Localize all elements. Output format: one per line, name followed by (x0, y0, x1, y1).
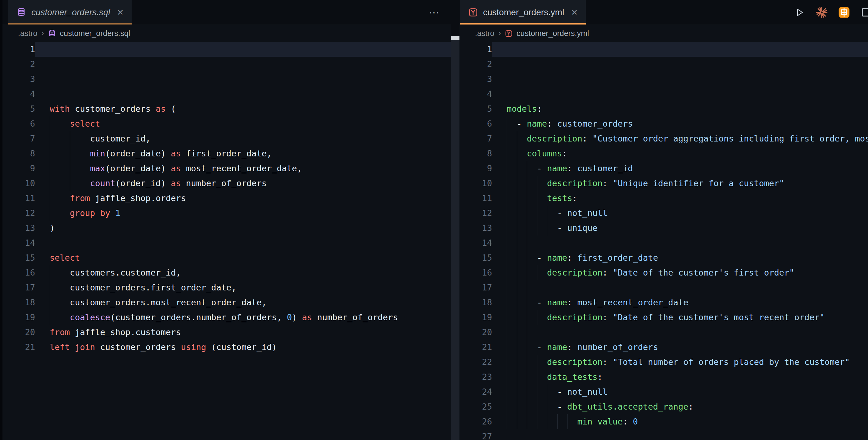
scrollbar[interactable] (451, 0, 460, 440)
indent-guide (517, 161, 517, 176)
indent-guide (527, 176, 527, 191)
code-line: 20from jaffle_shop.customers (2, 325, 451, 340)
code-line-content (492, 42, 868, 57)
code-line-content: group by 1 (35, 206, 451, 221)
code-line-content: - name: first_order_date (492, 250, 868, 265)
active-tab-indicator (8, 23, 132, 25)
indent-guide (537, 206, 537, 221)
scrollbar-thumb[interactable] (451, 36, 460, 40)
code-line: 8 columns: (460, 146, 868, 161)
breadcrumb-file[interactable]: customer_orders.yml (517, 29, 589, 38)
indent-guide (527, 250, 527, 265)
code-line-content: from jaffle_shop.customers (35, 325, 451, 340)
token: name (527, 119, 547, 128)
code-line: 13) (2, 221, 451, 235)
token: left (50, 342, 70, 352)
token (110, 208, 115, 218)
line-number: 15 (460, 250, 492, 265)
line-number: 18 (2, 295, 35, 310)
code-line-content (492, 280, 868, 295)
indent-guide (527, 221, 527, 235)
code-line: 13 - unique (460, 221, 868, 235)
token: customer_id, (50, 134, 151, 144)
indent-guide (517, 414, 517, 429)
breadcrumb-file[interactable]: customer_orders.sql (60, 29, 130, 38)
more-actions-button[interactable]: ⋯ (429, 0, 440, 25)
code-line: 15 - name: first_order_date (460, 250, 868, 265)
code-line-content (492, 87, 868, 101)
line-number: 11 (2, 191, 35, 206)
code-editor-sql[interactable]: 12345with customer_orders as (6 select7 … (2, 42, 451, 440)
line-number: 27 (460, 429, 492, 440)
code-line: 1 (460, 42, 868, 57)
indent-guide (527, 340, 527, 355)
token: description (547, 268, 602, 277)
scrollbar-track[interactable] (451, 36, 460, 440)
tab-bar-left: customer_orders.sql ✕ ⋯ (2, 0, 451, 25)
chevron-right-icon: › (498, 28, 501, 38)
token: number_of_orders (181, 179, 267, 188)
dbt-starburst-icon[interactable] (815, 6, 828, 19)
code-line: 6 - name: customer_orders (460, 116, 868, 131)
close-icon[interactable]: ✕ (571, 8, 578, 17)
indent-guide (70, 161, 70, 176)
token: : (547, 119, 557, 128)
code-editor-yml[interactable]: 12345models:6 - name: customer_orders7 d… (460, 42, 868, 440)
indent-guide (527, 310, 527, 325)
code-line: 18 customer_orders.most_recent_order_dat… (2, 295, 451, 310)
token: not_null (567, 208, 608, 218)
run-icon[interactable] (793, 6, 806, 19)
token: name (547, 297, 567, 307)
code-line: 17 (460, 280, 868, 295)
token: ) (292, 312, 302, 322)
split-editor-icon[interactable] (860, 6, 868, 19)
chinese-accept-icon[interactable] (838, 6, 850, 19)
breadcrumb-folder[interactable]: .astro (475, 29, 495, 38)
code-line-content: customer_id, (35, 131, 451, 146)
token: : (623, 417, 633, 426)
token: unique (567, 223, 598, 233)
code-line-content: data_tests: (492, 370, 868, 384)
token: : (567, 163, 578, 173)
indent-guide (537, 370, 537, 384)
token (50, 312, 70, 322)
code-line-content: description: "Date of the customer's mos… (492, 310, 868, 325)
line-number: 23 (460, 370, 492, 384)
breadcrumb-folder[interactable]: .astro (18, 29, 37, 38)
indent-guide (527, 191, 527, 206)
token (50, 119, 70, 128)
indent-guide (547, 399, 547, 414)
token: ( (166, 104, 176, 114)
line-number: 20 (460, 325, 492, 340)
indent-guide (507, 146, 507, 161)
indent-guide (537, 191, 537, 206)
token: min_value (578, 417, 623, 426)
code-line-content: select (35, 250, 451, 265)
code-line: 5models: (460, 101, 868, 116)
token: 1 (115, 208, 120, 218)
tab-customer-orders-yml[interactable]: customer_orders.yml ✕ (460, 0, 586, 25)
indent-guide (547, 221, 547, 235)
token: : (602, 357, 613, 367)
indent-guide (507, 116, 507, 131)
code-line-content: models: (492, 101, 868, 116)
line-number: 10 (460, 176, 492, 191)
token: select (70, 119, 100, 128)
token: jaffle_shop.orders (90, 193, 186, 203)
indent-guide (50, 295, 50, 310)
code-line: 14 (2, 235, 451, 250)
tab-customer-orders-sql[interactable]: customer_orders.sql ✕ (8, 0, 132, 25)
token: select (50, 253, 80, 262)
token: : (602, 268, 613, 277)
indent-guide (537, 414, 537, 429)
token: join (75, 342, 95, 352)
indent-guide (517, 295, 517, 310)
token: : (567, 253, 578, 262)
close-icon[interactable]: ✕ (117, 8, 124, 17)
editor-group-edge (0, 0, 2, 440)
token: - (507, 119, 527, 128)
code-line: 21 - name: number_of_orders (460, 340, 868, 355)
token: columns (527, 149, 562, 158)
line-number: 24 (460, 384, 492, 399)
indent-guide (50, 176, 50, 191)
